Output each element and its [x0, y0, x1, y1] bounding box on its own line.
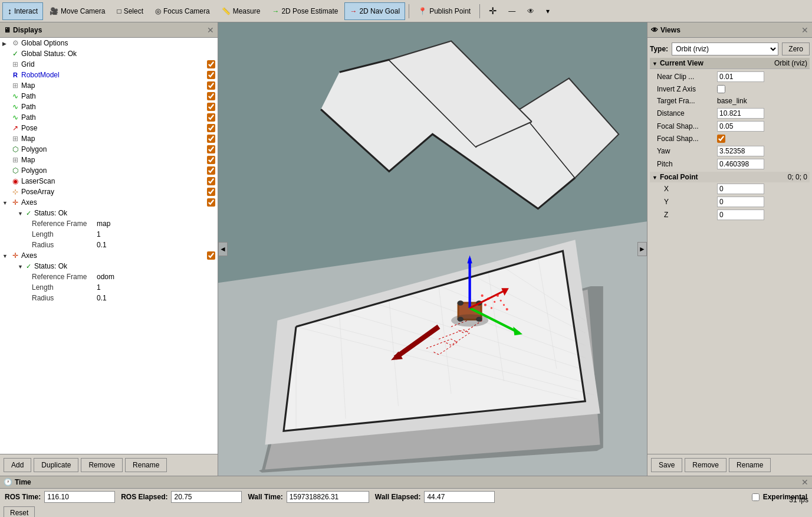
- display-item-map2[interactable]: ⊞ Map: [0, 133, 218, 144]
- axes2-checkbox[interactable]: [207, 251, 215, 260]
- add-button[interactable]: Add: [4, 458, 31, 472]
- axes2-icon: ✛: [11, 251, 20, 260]
- display-item-polygon2[interactable]: ⬡ Polygon: [0, 165, 218, 176]
- display-item-axes2[interactable]: ✛ Axes: [0, 250, 218, 261]
- focus-camera-button[interactable]: ◎ Focus Camera: [150, 2, 215, 20]
- scene-svg: [218, 22, 647, 476]
- time-panel: 🕐 Time ✕ ROS Time: ROS Elapsed: Wall Tim…: [0, 476, 812, 517]
- posearray-checkbox[interactable]: [207, 188, 215, 196]
- crosshair-button[interactable]: ✛: [484, 2, 502, 20]
- near-clip-input[interactable]: [717, 71, 764, 82]
- status-check-icon: ✓: [26, 210, 34, 217]
- wall-time-input[interactable]: [287, 491, 369, 503]
- minus-button[interactable]: —: [503, 2, 521, 20]
- axes2-ref-frame-row: Reference Frame odom: [0, 271, 218, 282]
- publish-point-button[interactable]: 📍 Publish Point: [413, 2, 476, 20]
- displays-panel: 🖥 Displays ✕ ⚙ Global Options ✓ Global S…: [0, 22, 218, 476]
- axes1-length-row: Length 1: [0, 229, 218, 240]
- grid-checkbox[interactable]: [207, 60, 215, 68]
- toolbar-separator2: [479, 4, 480, 18]
- map3-checkbox[interactable]: [207, 156, 215, 164]
- display-item-polygon1[interactable]: ⬡ Polygon: [0, 144, 218, 155]
- 3d-viewport[interactable]: ◄ ►: [218, 22, 647, 476]
- global-status-icon: ✓: [11, 50, 20, 58]
- viewport-arrow-left[interactable]: ◄: [218, 242, 228, 256]
- axes1-icon: ✛: [11, 198, 20, 207]
- views-close[interactable]: ✕: [801, 25, 808, 35]
- focal-y-input[interactable]: [717, 197, 764, 207]
- path1-icon: ∿: [11, 92, 20, 100]
- axes1-checkbox[interactable]: [207, 198, 215, 207]
- invert-z-checkbox[interactable]: [717, 85, 725, 93]
- interact-icon: ↕: [8, 6, 12, 16]
- display-item-path2[interactable]: ∿ Path: [0, 102, 218, 112]
- time-close[interactable]: ✕: [801, 477, 808, 487]
- views-save-button[interactable]: Save: [651, 458, 682, 472]
- views-zero-button[interactable]: Zero: [782, 42, 810, 55]
- remove-button[interactable]: Remove: [81, 458, 123, 472]
- wall-elapsed-input[interactable]: [424, 491, 495, 503]
- display-item-path1[interactable]: ∿ Path: [0, 91, 218, 102]
- path1-checkbox[interactable]: [207, 92, 215, 100]
- polygon1-checkbox[interactable]: [207, 145, 215, 153]
- path3-checkbox[interactable]: [207, 113, 215, 122]
- focal-shape2-checkbox[interactable]: [717, 135, 725, 143]
- publish-point-icon: 📍: [418, 7, 427, 15]
- focal-z-row: Z: [650, 208, 810, 221]
- svg-point-41: [491, 307, 492, 309]
- 2d-nav-goal-button[interactable]: → 2D Nav Goal: [344, 2, 405, 20]
- display-item-pose[interactable]: ↗ Pose: [0, 123, 218, 133]
- pitch-input[interactable]: [717, 159, 764, 169]
- 2d-pose-estimate-button[interactable]: → 2D Pose Estimate: [267, 2, 343, 20]
- toolbar: ↕ Interact 🎥 Move Camera □ Select ◎ Focu…: [0, 0, 812, 22]
- measure-button[interactable]: 📏 Measure: [216, 2, 266, 20]
- experimental-checkbox[interactable]: [752, 493, 760, 501]
- pose-checkbox[interactable]: [207, 124, 215, 132]
- polygon2-checkbox[interactable]: [207, 166, 215, 175]
- ros-elapsed-input[interactable]: [171, 491, 242, 503]
- svg-point-46: [506, 308, 508, 310]
- duplicate-button[interactable]: Duplicate: [34, 458, 78, 472]
- display-item-laserscan[interactable]: ◉ LaserScan: [0, 176, 218, 186]
- views-type-select[interactable]: Orbit (rviz): [672, 42, 778, 55]
- laserscan-checkbox[interactable]: [207, 177, 215, 185]
- views-header: 👁 Views ✕: [647, 22, 812, 38]
- focal-shape1-input[interactable]: [717, 121, 764, 132]
- views-rename-button[interactable]: Rename: [729, 458, 771, 472]
- robotmodel-checkbox[interactable]: [207, 71, 215, 79]
- display-item-map3[interactable]: ⊞ Map: [0, 155, 218, 165]
- display-item-axes1[interactable]: ✛ Axes: [0, 197, 218, 208]
- interact-button[interactable]: ↕ Interact: [2, 2, 43, 20]
- map2-checkbox[interactable]: [207, 135, 215, 143]
- eye-button[interactable]: 👁: [522, 2, 540, 20]
- rename-button[interactable]: Rename: [125, 458, 167, 472]
- display-item-path3[interactable]: ∿ Path: [0, 112, 218, 123]
- reset-button[interactable]: Reset: [4, 506, 35, 517]
- distance-input[interactable]: [717, 108, 764, 119]
- display-item-map1[interactable]: ⊞ Map: [0, 80, 218, 91]
- near-clip-row: Near Clip ...: [650, 70, 810, 83]
- move-camera-button[interactable]: 🎥 Move Camera: [44, 2, 110, 20]
- display-item-global-status[interactable]: ✓ Global Status: Ok: [0, 48, 218, 59]
- svg-point-38: [487, 297, 489, 300]
- path3-icon: ∿: [11, 113, 20, 122]
- yaw-input[interactable]: [717, 146, 764, 156]
- ros-elapsed-field: ROS Elapsed:: [121, 491, 242, 503]
- display-item-global-options[interactable]: ⚙ Global Options: [0, 38, 218, 48]
- views-title: 👁 Views: [651, 26, 680, 34]
- focal-x-input[interactable]: [717, 184, 764, 194]
- measure-icon: 📏: [222, 7, 231, 15]
- ros-time-input[interactable]: [44, 491, 115, 503]
- display-item-robotmodel[interactable]: R RobotModel: [0, 70, 218, 80]
- displays-close[interactable]: ✕: [207, 25, 214, 35]
- focal-z-input[interactable]: [717, 210, 764, 220]
- display-item-grid[interactable]: ⊞ Grid: [0, 59, 218, 70]
- viewport-arrow-right[interactable]: ►: [637, 242, 647, 256]
- views-remove-button[interactable]: Remove: [685, 458, 726, 472]
- map1-checkbox[interactable]: [207, 81, 215, 90]
- select-button[interactable]: □ Select: [111, 2, 149, 20]
- dropdown-button[interactable]: ▾: [541, 2, 555, 20]
- display-item-posearray[interactable]: ⊹ PoseArray: [0, 186, 218, 197]
- displays-buttons: Add Duplicate Remove Rename: [0, 454, 218, 476]
- path2-checkbox[interactable]: [207, 103, 215, 111]
